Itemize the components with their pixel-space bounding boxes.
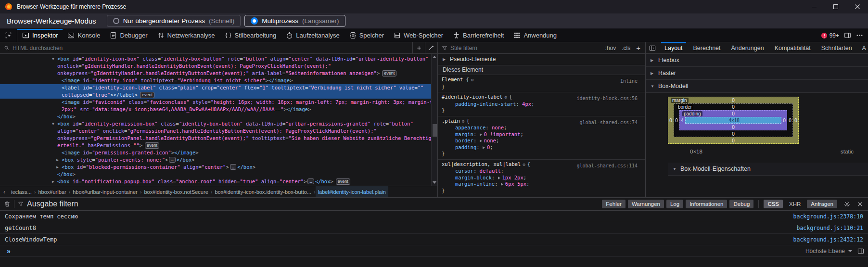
rule-property[interactable]: border: none; [442,138,641,144]
tab-console[interactable]: Konsole [63,29,105,42]
mode-option-multiprocess[interactable]: Multiprozess(Langsamer) [244,15,345,27]
filter-button-css[interactable]: CSS [764,200,783,208]
tab-accessibility[interactable]: Barrierefreiheit [448,29,509,42]
tab-memory[interactable]: Speicher [345,29,389,42]
rule-source-link[interactable]: identity-block.css:56 [577,95,638,102]
expand-value-icon[interactable] [498,177,500,179]
rule-property[interactable]: margin-block: 1px 2px; [442,175,641,181]
add-node-button[interactable] [412,42,425,53]
dock-side-button[interactable] [844,32,851,39]
console-message[interactable]: Сохраняем темп сессиюbackground.js:2378:… [0,211,868,222]
sidebar-tab-berechnet[interactable]: Berechnet [688,42,726,53]
close-console-button[interactable] [857,201,863,207]
event-badge[interactable]: event [336,178,350,185]
rule-property[interactable]: padding-inline-start: 4px; [442,101,641,108]
markup-line[interactable]: <image id="permissions-granted-icon"></i… [0,149,437,156]
padding-bottom-value[interactable]: 0 [730,124,737,130]
expand-value-icon[interactable] [501,183,503,186]
markup-scrollbar[interactable] [431,54,437,186]
scroll-up-icon[interactable] [432,54,437,60]
sidebar-toggle-icon[interactable] [646,42,659,53]
tab-performance[interactable]: Laufzeitanalyse [281,29,344,42]
rule-property[interactable]: padding: 0; [442,144,641,151]
rule-source-link[interactable]: global-shared.css:74 [580,119,638,126]
filter-button-warnungen[interactable]: Warnungen [628,200,664,208]
markup-line[interactable]: collapsed="true"></label>event [0,91,437,99]
markup-line[interactable]: ▶<box style="pointer-events: none;">…</b… [0,156,437,164]
source-link[interactable]: background.js:2378:10 [793,213,863,220]
sidebar-tab-a[interactable]: A [857,42,867,53]
breadcrumb-scroll-left-button[interactable]: ‹ [0,186,9,197]
gear-icon[interactable]: ⚙ [523,162,525,167]
clear-console-button[interactable] [4,201,11,207]
rules-filter-input[interactable]: Stile filtern [450,45,477,51]
markup-line[interactable]: onkeypress="gIdentityHandler.handleIdent… [0,70,437,77]
evaluation-context-selector[interactable]: Höchste Ebene [805,248,864,254]
pseudo-elements-header[interactable]: ▶ Pseudo-Elemente [438,54,645,65]
mode-option-parent-only[interactable]: Nur übergeordneter Prozess(Schnell) [107,15,241,27]
padding-top-value[interactable]: 0 [730,110,737,117]
tab-network[interactable]: Netzwerkanalyse [153,29,220,42]
box-model-properties-header[interactable]: ▼ Box-Modell-Eigenschaften [668,163,868,176]
border-top-value[interactable]: 0 [730,103,737,110]
sidebar-tab-kompatibilität[interactable]: Kompatibilität [769,42,816,53]
event-badge[interactable]: event [382,70,396,76]
markup-line[interactable]: <label id="identity-icon-label" class="p… [0,84,437,91]
expanded-arrow-icon[interactable]: ▼ [52,120,54,127]
rule-selector[interactable]: Element {⚙Inline [442,76,641,84]
breadcrumb-item[interactable]: box#identity-box.notSecure [141,186,210,197]
gear-icon[interactable]: ⚙ [504,95,507,100]
breadcrumb-item[interactable]: ieclass... [9,186,34,197]
rule-source-link[interactable]: Inline [620,78,638,85]
markup-line[interactable]: ▼<box id="identity-icon-box" class="iden… [0,55,437,63]
expand-inline-button[interactable]: … [230,164,236,170]
markup-line[interactable]: ▶<box id="notification-popup-box" class=… [0,178,437,185]
filter-button-informationen[interactable]: Informationen [686,200,727,208]
markup-line[interactable]: </box> [0,113,437,120]
close-button[interactable] [846,0,868,13]
sidebar-tab-änderungen[interactable]: Änderungen [726,42,769,53]
expand-value-icon[interactable] [483,146,485,149]
border-right-value[interactable]: 0 [787,117,793,124]
error-count-button[interactable]: 99+ [821,32,839,39]
markup-line[interactable]: align="center" onclick="gPermissionPanel… [0,127,437,135]
markup-line[interactable]: onclick="gIdentityHandler.handleIdentity… [0,63,437,70]
box-model-diagram[interactable]: -4×18 marginborderpadding000000000004 [668,97,799,144]
meatball-menu-button[interactable] [856,32,863,39]
markup-line[interactable]: ▶<box id="blocked-permissions-container"… [0,164,437,171]
filter-button-fehler[interactable]: Fehler [602,200,625,208]
markup-line[interactable]: onkeypress="gPermissionPanel.handleIdent… [0,135,437,142]
rule-selector[interactable]: xul|description, xul|label⚙{global-share… [442,161,641,168]
rule-selector[interactable]: #identity-icon-label⚙{identity-block.css… [442,94,641,101]
gear-icon[interactable]: ⚙ [462,119,464,124]
breadcrumb-item[interactable]: hbox#urlbar-input-container [70,186,140,197]
console-settings-button[interactable] [843,201,851,208]
rule-selector[interactable]: .plain⚙{global-shared.css:74 [442,118,641,125]
expand-inline-button[interactable]: … [169,157,175,163]
scroll-down-icon[interactable] [432,179,437,186]
markup-line[interactable]: 2px;" src="data:image/x-icon;base64,AAAB… [0,106,437,113]
scrollbar-thumb[interactable] [433,124,437,137]
event-badge[interactable]: event [145,142,159,149]
class-toggle[interactable]: .cls [619,45,633,51]
breadcrumb-item[interactable]: label#identity-icon-label.plain [316,186,388,197]
expand-inline-button[interactable]: … [307,178,314,184]
source-link[interactable]: background.js:2432:12 [793,236,863,243]
collapsed-arrow-icon[interactable]: ▶ [56,156,59,164]
pick-element-button[interactable] [0,29,17,42]
pseudo-class-toggle[interactable]: :hov [602,45,619,51]
border-bottom-value[interactable]: 0 [730,130,737,137]
padding-left-value[interactable]: 4 [679,117,686,124]
rule-property[interactable]: cursor: default; [442,168,641,175]
tab-debugger[interactable]: Debugger [105,29,152,42]
console-message[interactable]: getCount8background.js:110:21 [0,222,868,234]
breadcrumb-item[interactable]: box#identity-icon-box.identity-box-butto… [212,186,314,197]
collapsed-arrow-icon[interactable]: ▶ [52,178,54,185]
console-filter-input[interactable]: Ausgabe filtern [27,200,78,208]
sidebar-tab-layout[interactable]: Layout [659,42,688,53]
margin-bottom-value[interactable]: 0 [730,137,737,144]
rule-property[interactable]: margin: 0 !important; [442,131,641,138]
filter-button-log[interactable]: Log [666,200,683,208]
markup-line[interactable]: ▼<box id="identity-permission-box" class… [0,120,437,127]
rule-source-link[interactable]: global-shared.css:114 [577,163,638,169]
